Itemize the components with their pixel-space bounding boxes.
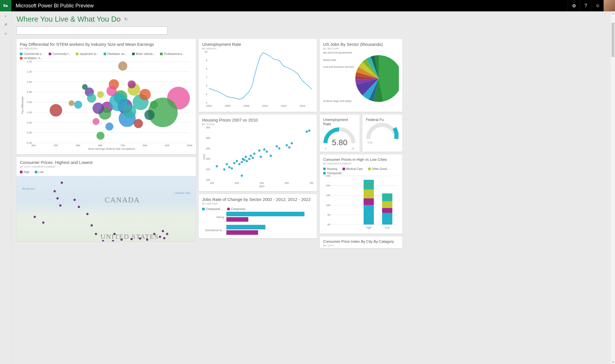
map-point[interactable]	[78, 206, 80, 208]
tile-cpi-city[interactable]: Consumer Price Index By City By Catagory…	[320, 237, 402, 248]
feedback-icon[interactable]: ☺	[592, 0, 604, 11]
svg-text:High: High	[366, 226, 372, 229]
user-avatar[interactable]	[604, 0, 615, 11]
legend-label: Medical Care	[346, 167, 363, 170]
map-point[interactable]	[146, 238, 148, 241]
legend-item[interactable]: Compound...	[227, 207, 247, 211]
tile-housing-scatter[interactable]: Housing Prices 2007 vs 2010 BY STATE 100…	[199, 115, 317, 191]
map-point[interactable]	[130, 238, 133, 240]
svg-point-104	[266, 151, 268, 153]
legend-item[interactable]: Transportat...	[323, 172, 344, 175]
svg-text:5: 5	[206, 93, 207, 96]
app-title: Microsoft Power BI Public Preview	[11, 3, 568, 9]
gauge-min: 0	[325, 147, 326, 150]
map-point[interactable]	[166, 233, 168, 235]
svg-text:2010: 2010	[203, 154, 206, 160]
map-point[interactable]	[162, 230, 164, 232]
svg-text:0.60: 0.60	[27, 101, 32, 104]
legend-item[interactable]: equipment (e...	[76, 52, 99, 55]
map-point[interactable]	[120, 238, 123, 241]
scrollbar[interactable]: ▴ ▾	[611, 11, 615, 364]
legend-swatch	[20, 53, 22, 55]
legend-item[interactable]: High	[20, 170, 30, 174]
tile-jobs-rate[interactable]: Jobs Rate of Change by Sector 2002 - 201…	[199, 194, 317, 238]
legend-item[interactable]: Other Good...	[368, 167, 389, 170]
settings-icon[interactable]: ⚙	[568, 0, 580, 11]
legend-item[interactable]: Medical Care	[343, 167, 363, 170]
scroll-up-icon[interactable]: ▴	[611, 12, 615, 15]
svg-point-47	[87, 94, 96, 103]
legend: HighLow	[20, 170, 192, 174]
map-point[interactable]	[86, 213, 89, 215]
map-point[interactable]	[34, 216, 36, 218]
legend: HousingMedical CareOther Good...Transpor…	[323, 167, 399, 175]
legend-item[interactable]: Housing	[323, 167, 337, 170]
legend-label: Commercial a...	[24, 52, 44, 55]
svg-rect-115	[226, 212, 304, 216]
gauge-arc	[362, 122, 402, 140]
map-point[interactable]	[102, 240, 104, 241]
search-icon[interactable]: ⌕	[5, 31, 7, 35]
legend-item[interactable]: Community f...	[49, 52, 71, 55]
map-point[interactable]	[95, 233, 97, 235]
map-point[interactable]	[59, 204, 62, 207]
svg-text:300: 300	[285, 182, 289, 184]
svg-text:150: 150	[210, 182, 214, 184]
svg-text:80K: 80K	[143, 144, 147, 147]
qa-search-input[interactable]	[17, 26, 167, 34]
app-logo[interactable]: B∎	[0, 0, 11, 11]
map-point[interactable]	[42, 221, 44, 224]
svg-rect-138	[364, 190, 374, 198]
map-point[interactable]	[56, 197, 59, 200]
svg-text:onal and business services: onal and business services	[323, 65, 354, 68]
map-point[interactable]	[139, 237, 141, 240]
tile-unemployment-line[interactable]: Unemployment Rate BY MONTH 4567891020042…	[199, 39, 317, 112]
svg-text:2010: 2010	[262, 104, 268, 107]
svg-text:150: 150	[206, 168, 210, 171]
help-icon[interactable]: ?	[580, 0, 592, 11]
legend-item[interactable]: Commercial a...	[20, 52, 44, 55]
svg-point-53	[82, 84, 88, 90]
svg-text:4: 4	[206, 101, 207, 104]
expand-nav-icon[interactable]: ›	[5, 14, 6, 18]
map-point[interactable]	[73, 199, 76, 201]
scroll-thumb[interactable]	[612, 23, 614, 57]
map-point[interactable]	[91, 224, 93, 227]
tile-jobs-pie[interactable]: US Jobs By Sector (thousands) BY SECTOR …	[320, 39, 402, 112]
map-label-canada: CANADA	[105, 196, 140, 204]
svg-text:riculture wage and salary: riculture wage and salary	[323, 100, 352, 102]
map-point[interactable]	[113, 233, 116, 235]
chart-unemployment-line: 45678910200420062008201020122014	[202, 50, 313, 108]
tile-gauge-fedfunds[interactable]: Federal Fu 0.00	[362, 115, 402, 152]
legend-item[interactable]: Motor vehicle...	[132, 52, 155, 55]
legend-item[interactable]: Compound...	[202, 207, 222, 211]
map-point[interactable]	[159, 236, 161, 238]
svg-text:30K: 30K	[31, 144, 36, 147]
legend-item[interactable]: Ventilation, h...	[20, 57, 42, 60]
legend-label: Professional a...	[164, 52, 184, 55]
tile-subtitle: BY HIGHEST/LOWEST	[323, 162, 399, 165]
svg-rect-142	[382, 208, 392, 213]
tile-title: Federal Fu	[366, 118, 399, 122]
scroll-down-icon[interactable]: ▾	[611, 361, 615, 363]
svg-point-97	[248, 158, 251, 160]
tile-stem-scatter[interactable]: Pay Differential for STEM workers by Ind…	[17, 39, 196, 154]
tile-consumer-map[interactable]: Consumer Prices. Highest and Lowest BY C…	[17, 157, 196, 241]
legend-item[interactable]: Hardware, an...	[104, 52, 127, 55]
map-point[interactable]	[153, 233, 155, 235]
legend-item[interactable]: Low	[35, 170, 44, 174]
svg-point-43	[69, 100, 74, 106]
tile-title: Housing Prices 2007 vs 2010	[202, 118, 313, 122]
svg-text:Mining: Mining	[216, 216, 224, 219]
map-canvas[interactable]: CANADA UNITED STATES Bering Sea Labrador…	[17, 176, 196, 241]
legend-item[interactable]: Professional a...	[160, 52, 184, 55]
map-point[interactable]	[163, 237, 165, 239]
refresh-icon[interactable]: ↻	[124, 17, 128, 22]
svg-point-85	[223, 168, 226, 170]
map-point[interactable]	[54, 190, 56, 192]
map-point[interactable]	[61, 182, 63, 184]
tile-gauge-unemployment[interactable]: Unemployment Rate 5.80 012	[320, 115, 360, 152]
map-point[interactable]	[112, 240, 114, 241]
tile-consumer-stacked[interactable]: Consumer Prices in High vs Low Cities BY…	[320, 155, 402, 234]
share-icon[interactable]: ↗	[4, 22, 7, 27]
